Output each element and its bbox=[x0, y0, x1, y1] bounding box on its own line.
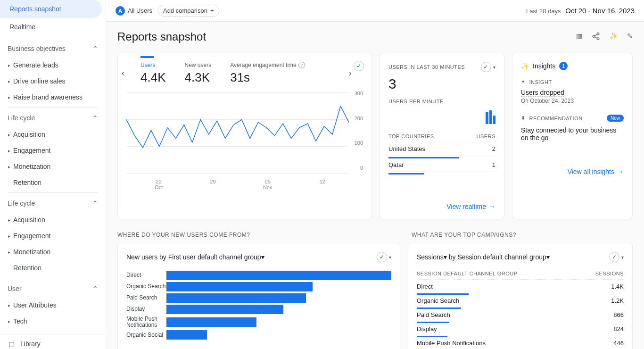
session-row[interactable]: Organic Search1.2K bbox=[417, 295, 624, 307]
caret-right-icon: ▸ bbox=[5, 249, 13, 255]
sidebar-item[interactable]: ▸Drive online sales bbox=[0, 73, 106, 89]
customize-icon[interactable]: ▦ bbox=[576, 32, 582, 42]
sidebar-item-label: Engagement bbox=[13, 232, 50, 240]
metric-users-value: 4.4K bbox=[140, 70, 166, 85]
date-range-picker[interactable]: Last 28 days Oct 20 - Nov 16, 2023 bbox=[526, 7, 635, 15]
insight-item-title[interactable]: Users dropped bbox=[521, 89, 564, 97]
new-users-title[interactable]: New users by First user default channel … bbox=[126, 253, 264, 261]
date-prefix: Last 28 days bbox=[526, 8, 561, 15]
edit-icon[interactable]: ✎ bbox=[627, 32, 633, 42]
caret-right-icon: ▸ bbox=[5, 217, 13, 223]
sidebar-item[interactable]: ▸Monetization bbox=[0, 158, 106, 174]
sidebar-item-label: Monetization bbox=[13, 248, 50, 256]
dropdown-icon[interactable]: ▾ bbox=[389, 255, 391, 260]
quality-check-icon[interactable]: ✓ bbox=[609, 252, 619, 262]
realtime-title: USERS IN LAST 30 MINUTES bbox=[388, 64, 465, 70]
section-new-users: WHERE DO YOUR NEW USERS COME FROM? bbox=[106, 225, 400, 243]
insight-item-subtitle: On October 24, 2023 bbox=[521, 98, 624, 104]
metric-newusers-label[interactable]: New users bbox=[185, 62, 212, 68]
folder-icon: ▢ bbox=[8, 340, 15, 348]
caret-right-icon: ▸ bbox=[5, 303, 13, 308]
channel-bar-row: Organic Search bbox=[126, 282, 391, 291]
nav-realtime[interactable]: Realtime bbox=[0, 18, 106, 36]
dropdown-icon[interactable]: ▾ bbox=[493, 65, 496, 70]
sidebar-item-label: Monetization bbox=[13, 163, 50, 170]
help-icon[interactable]: ? bbox=[298, 62, 305, 68]
section-user[interactable]: User ⌃ bbox=[0, 280, 106, 297]
sidebar-item[interactable]: ▸User Attributes bbox=[0, 297, 106, 313]
sidebar-item-label: Generate leads bbox=[13, 61, 58, 69]
channel-bar-row: Mobile Push Notifications bbox=[126, 316, 391, 328]
sidebar-item[interactable]: Retention bbox=[0, 174, 106, 191]
sidebar-item[interactable]: ▸Generate leads bbox=[0, 57, 106, 73]
channel-bar-row: Paid Search bbox=[126, 293, 391, 303]
sidebar-item[interactable]: ▸Acquisition bbox=[0, 212, 106, 228]
sidebar-item-label: Raise brand awareness bbox=[13, 93, 83, 101]
nav-reports-snapshot[interactable]: Reports snapshot bbox=[0, 0, 102, 18]
session-row[interactable]: Paid Search866 bbox=[417, 309, 624, 321]
add-comparison-label: Add comparison bbox=[163, 7, 207, 14]
caret-right-icon: ▸ bbox=[5, 233, 13, 239]
sparkle-icon: ✨ bbox=[521, 62, 529, 70]
sidebar: Reports snapshot Realtime Business objec… bbox=[0, 0, 106, 349]
prev-metric-button[interactable]: ‹ bbox=[122, 67, 125, 78]
section-label: User bbox=[8, 285, 22, 292]
channel-bar-row: Display bbox=[126, 305, 391, 314]
sidebar-item[interactable]: ▸Monetization bbox=[0, 244, 106, 260]
audience-label: All Users bbox=[128, 7, 152, 14]
sessions-title[interactable]: Sessions▾ by Session default channel gro… bbox=[417, 253, 550, 261]
view-realtime-link[interactable]: View realtime→ bbox=[388, 203, 495, 210]
channel-bar-row: Direct bbox=[126, 271, 391, 280]
add-comparison-button[interactable]: Add comparison + bbox=[158, 5, 219, 17]
caret-right-icon: ▸ bbox=[5, 63, 13, 68]
svg-point-0 bbox=[597, 33, 599, 35]
dropdown-icon[interactable]: ▾ bbox=[621, 255, 624, 260]
sidebar-item-label: Drive online sales bbox=[13, 77, 66, 85]
metric-newusers-value: 4.3K bbox=[185, 70, 212, 85]
dropdown-icon: ▾ bbox=[546, 253, 550, 261]
date-range-value: Oct 20 - Nov 16, 2023 bbox=[565, 7, 635, 15]
sidebar-item[interactable]: ▸Tech bbox=[0, 313, 106, 329]
session-row[interactable]: Mobile Push Notifications446 bbox=[417, 337, 624, 349]
quality-check-icon[interactable]: ✓ bbox=[481, 62, 491, 72]
sidebar-item[interactable]: ▸Engagement bbox=[0, 142, 106, 158]
sidebar-item-label: Retention bbox=[13, 264, 41, 272]
country-row[interactable]: Qatar1 bbox=[388, 158, 495, 172]
country-row[interactable]: United States2 bbox=[388, 142, 495, 156]
section-life-cycle-2[interactable]: Life cycle ⌃ bbox=[0, 195, 106, 212]
insights-icon[interactable]: ✨ bbox=[610, 32, 618, 42]
sidebar-item[interactable]: Retention bbox=[0, 260, 106, 276]
page-title: Reports snapshot bbox=[117, 30, 206, 43]
session-row[interactable]: Direct1.4K bbox=[417, 281, 624, 292]
section-business-objectives[interactable]: Business objectives ⌃ bbox=[0, 40, 106, 57]
sidebar-item[interactable]: ▸Raise brand awareness bbox=[0, 89, 106, 105]
download-icon: ⬇ bbox=[521, 115, 526, 121]
users-line-chart: 3002001000 22Oct2905Nov12 bbox=[126, 91, 363, 190]
nav-library[interactable]: ▢ Library bbox=[0, 334, 106, 349]
chevron-up-icon: ⌃ bbox=[92, 285, 98, 292]
audience-badge-icon: A bbox=[116, 6, 125, 16]
perminute-label: USERS PER MINUTE bbox=[388, 99, 495, 104]
share-icon[interactable] bbox=[592, 32, 600, 42]
arrow-right-icon: → bbox=[617, 168, 624, 175]
sidebar-item-label: Tech bbox=[13, 317, 27, 325]
new-badge: New bbox=[607, 115, 624, 122]
audience-pill[interactable]: A All Users bbox=[116, 6, 152, 16]
view-all-insights-link[interactable]: View all insights→ bbox=[521, 168, 624, 175]
caret-right-icon: ▸ bbox=[5, 148, 13, 153]
svg-point-2 bbox=[597, 38, 599, 40]
metric-users-label[interactable]: Users bbox=[140, 62, 166, 68]
channel-bar-row: Organic Social bbox=[126, 330, 391, 340]
sessions-col2: SESSIONS bbox=[595, 271, 624, 276]
users-header: USERS bbox=[477, 133, 495, 139]
sidebar-item-label: Retention bbox=[13, 179, 41, 186]
caret-right-icon: ▸ bbox=[5, 95, 13, 100]
sidebar-item[interactable]: ▸Acquisition bbox=[0, 126, 106, 142]
session-row[interactable]: Display824 bbox=[417, 323, 624, 335]
section-label: Life cycle bbox=[8, 199, 35, 207]
sidebar-item[interactable]: ▸Engagement bbox=[0, 228, 106, 244]
quality-check-icon[interactable]: ✓ bbox=[377, 252, 387, 262]
section-life-cycle-1[interactable]: Life cycle ⌃ bbox=[0, 109, 106, 126]
metric-avg-label[interactable]: Average engagement time ? bbox=[230, 62, 305, 68]
section-label: Life cycle bbox=[8, 114, 35, 122]
